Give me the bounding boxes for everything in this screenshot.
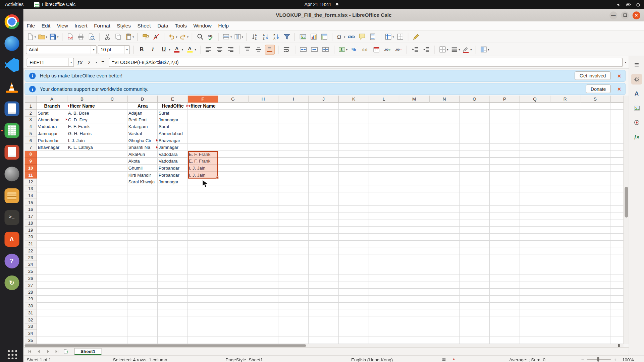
column-header-M[interactable]: M	[399, 96, 429, 103]
open-file-button[interactable]: ▾	[37, 32, 48, 42]
row-header-30[interactable]: 30	[24, 303, 37, 310]
chevron-down-icon[interactable]: ▾	[91, 45, 96, 53]
column-header-R[interactable]: R	[550, 96, 580, 103]
insert-hyperlink-button[interactable]	[346, 32, 356, 42]
row-header-15[interactable]: 15	[24, 199, 37, 206]
show-draw-functions-button[interactable]	[411, 32, 421, 42]
chevron-down-icon[interactable]: ▾	[169, 48, 170, 51]
menu-file[interactable]: File	[23, 21, 38, 31]
menu-edit[interactable]: Edit	[38, 21, 54, 31]
split-handle[interactable]	[618, 344, 620, 347]
menu-window[interactable]: Window	[190, 21, 215, 31]
decrease-indent-button[interactable]	[421, 45, 431, 54]
dock-help[interactable]: ?	[0, 250, 23, 272]
cell-B5[interactable]: G. H. Harris	[67, 130, 97, 137]
dock-gimp[interactable]	[0, 163, 23, 185]
align-right-button[interactable]	[226, 45, 235, 54]
cell-E5[interactable]: Ahmedabad	[158, 130, 188, 137]
delete-decimal-place-button[interactable]	[393, 45, 403, 54]
spelling-button[interactable]	[206, 32, 216, 42]
autofilter-button[interactable]	[282, 32, 291, 42]
sort-button[interactable]	[250, 32, 260, 42]
titlebar[interactable]: VLOOKUP_Fill_the_form.xlsx - LibreOffice…	[23, 9, 644, 21]
menu-sheet[interactable]: Sheet	[134, 21, 154, 31]
previous-sheet-icon[interactable]	[35, 348, 42, 355]
menu-format[interactable]: Format	[91, 21, 113, 31]
chevron-down-icon[interactable]: ▾	[46, 35, 47, 39]
menu-data[interactable]: Data	[154, 21, 171, 31]
row-header-16[interactable]: 16	[24, 206, 37, 213]
font-color-button[interactable]: A▾	[172, 45, 183, 54]
column-header-A[interactable]: A	[37, 96, 67, 103]
row-header-5[interactable]: 5	[24, 130, 37, 137]
close-icon[interactable]: ×	[618, 72, 621, 79]
insert-comment-button[interactable]	[357, 32, 367, 42]
cell-D4[interactable]: Katargam	[127, 123, 158, 130]
chevron-down-icon[interactable]: ▾	[35, 35, 36, 39]
insert-sheet-icon[interactable]	[62, 348, 69, 355]
italic-button[interactable]: I	[148, 45, 158, 54]
sidebar-navigator-tab[interactable]	[631, 117, 642, 128]
undo-button[interactable]: ▾	[167, 32, 177, 42]
print-preview-button[interactable]	[87, 32, 96, 42]
chevron-down-icon[interactable]: ▾	[124, 45, 129, 53]
bold-button[interactable]: B	[137, 45, 147, 54]
cell-B4[interactable]: E. F. Frank	[67, 123, 97, 130]
zoom-out-button[interactable]: −	[581, 356, 584, 362]
cell-B2[interactable]: A. B. Bose	[67, 110, 97, 117]
print-button[interactable]	[76, 32, 86, 42]
row-header-9[interactable]: 9	[24, 158, 37, 165]
menu-tools[interactable]: Tools	[171, 21, 190, 31]
chevron-down-icon[interactable]: ▾	[344, 35, 345, 39]
chevron-down-icon[interactable]: ▾	[488, 48, 489, 51]
row-header-27[interactable]: 27	[24, 282, 37, 289]
new-document-button[interactable]: ▾	[26, 32, 36, 42]
insert-row-button[interactable]: ▾	[222, 32, 232, 42]
row-header-32[interactable]: 32	[24, 316, 37, 323]
row-header-19[interactable]: 19	[24, 227, 37, 234]
document-modified-icon[interactable]: *	[453, 356, 455, 362]
zoom-in-button[interactable]: +	[613, 356, 616, 362]
cell-A2[interactable]: Surat	[37, 110, 67, 117]
cell-A6[interactable]: Porbandar	[37, 137, 67, 144]
wrap-text-button[interactable]	[281, 45, 291, 54]
clear-formatting-button[interactable]	[151, 32, 161, 42]
row-header-8[interactable]: 8	[24, 151, 37, 158]
save-button[interactable]: ▾	[49, 32, 59, 42]
first-sheet-icon[interactable]	[26, 348, 33, 355]
align-bottom-button[interactable]	[265, 45, 274, 54]
cell-E3[interactable]: Jamnagar	[158, 116, 188, 123]
chevron-down-icon[interactable]: ▾	[230, 35, 232, 39]
focused-app-indicator[interactable]: LibreOffice Calc	[34, 2, 75, 7]
column-header-H[interactable]: H	[248, 96, 278, 103]
row-header-14[interactable]: 14	[24, 192, 37, 199]
column-header-C[interactable]: C	[97, 96, 127, 103]
chevron-down-icon[interactable]: ▾	[346, 48, 347, 51]
row-header-4[interactable]: 4	[24, 123, 37, 130]
row-header-24[interactable]: 24	[24, 261, 37, 268]
cell-E1[interactable]: HeadOffic	[158, 103, 188, 110]
insert-chart-button[interactable]	[309, 32, 318, 42]
column-header-O[interactable]: O	[460, 96, 490, 103]
sort-descending-button[interactable]	[271, 32, 281, 42]
menu-help[interactable]: Help	[215, 21, 232, 31]
cell-B3[interactable]: C. D. Dey	[67, 116, 97, 123]
sidebar-sidebar-settings-icon[interactable]	[631, 60, 642, 70]
chevron-down-icon[interactable]: ▾	[96, 61, 97, 64]
border-style-button[interactable]: ▾	[450, 45, 461, 54]
column-header-K[interactable]: K	[339, 96, 369, 103]
chevron-down-icon[interactable]: ▾	[132, 35, 134, 39]
font-size-combo[interactable]: ▾	[98, 45, 130, 54]
last-sheet-icon[interactable]	[53, 348, 60, 355]
vertical-scrollbar-thumb[interactable]	[625, 187, 628, 218]
chevron-down-icon[interactable]: ▾	[470, 48, 472, 51]
split-window-button[interactable]	[395, 32, 405, 42]
format-as-date-button[interactable]	[371, 45, 381, 54]
sidebar-gallery-tab[interactable]	[631, 103, 642, 113]
chevron-down-icon[interactable]: ▾	[392, 35, 394, 39]
align-left-button[interactable]	[204, 45, 213, 54]
cell-E4[interactable]: Surat	[158, 123, 188, 130]
menu-styles[interactable]: Styles	[113, 21, 134, 31]
unmerge-cells-button[interactable]	[321, 45, 330, 54]
column-header-D[interactable]: D	[127, 96, 158, 103]
